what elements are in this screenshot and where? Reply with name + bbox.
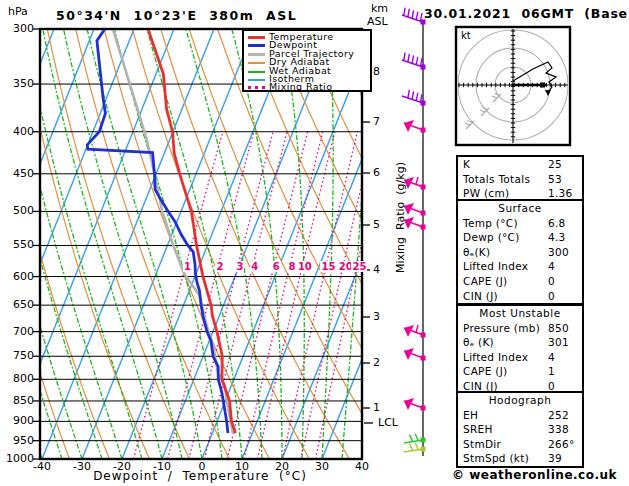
km-tick-3: 3: [373, 311, 380, 323]
mixing-ratio-label-25: 25: [351, 261, 367, 272]
temp-tick--30: -30: [67, 461, 97, 473]
stat-value: 0: [548, 290, 555, 302]
mixing-ratio-label-10: 10: [297, 261, 313, 272]
km-tick-1: 1: [373, 402, 380, 414]
stat-value: 252: [548, 409, 569, 421]
stat-label: Lifted Index: [463, 260, 528, 272]
datetime-title: 30.01.2021 06GMT (Base: 06): [424, 6, 629, 21]
stat-value: 301: [548, 336, 569, 348]
stat-value: 1.36: [548, 187, 573, 199]
mixing-ratio-label-8: 8: [288, 261, 297, 272]
stat-row: Temp (°C)6.8: [458, 216, 582, 231]
stats-section-surface: SurfaceTemp (°C)6.8Dewp (°C)4.3θₑ(K)300L…: [456, 199, 584, 305]
pressure-tick-850: 850: [4, 395, 34, 407]
stat-row: CIN (J)0: [458, 289, 582, 304]
temp-tick--20: -20: [107, 461, 137, 473]
stat-label: Pressure (mb): [463, 322, 540, 334]
pressure-tick-400: 400: [4, 126, 34, 138]
stat-row: Totals Totals53: [458, 172, 582, 187]
mixing-ratio-label-2: 2: [215, 261, 224, 272]
mixing-ratio-label-1: 1: [183, 261, 192, 272]
stat-value: 266°: [548, 438, 575, 450]
legend-swatch: [248, 62, 265, 64]
stat-row: θₑ (K)301: [458, 335, 582, 350]
legend-label: Mixing Ratio: [269, 81, 332, 92]
stat-label: CAPE (J): [463, 275, 508, 287]
stat-label: Temp (°C): [463, 217, 518, 229]
hodograph-unit-label: kt: [461, 30, 471, 42]
stat-label: Totals Totals: [463, 173, 530, 185]
pressure-tick-350: 350: [4, 78, 34, 90]
lcl-label: LCL: [378, 417, 398, 429]
stat-value: 1: [548, 365, 555, 377]
stat-value: 25: [548, 158, 562, 170]
stat-row: StmSpd (kt)39: [458, 451, 582, 466]
height-axis-unit-asl: ASL: [367, 16, 388, 28]
stat-value: 4.3: [548, 231, 566, 243]
stat-value: 850: [548, 322, 569, 334]
legend-swatch: [248, 71, 265, 73]
stat-label: K: [463, 158, 470, 170]
stat-value: 6.8: [548, 217, 566, 229]
stat-value: 300: [548, 246, 569, 258]
temp-tick-10: 10: [227, 461, 257, 473]
legend-swatch: [248, 86, 265, 89]
temp-tick-20: 20: [267, 461, 297, 473]
km-tick-2: 2: [373, 357, 380, 369]
km-tick-6: 6: [373, 167, 380, 179]
stat-row: Lifted Index4: [458, 350, 582, 365]
temp-tick-40: 40: [347, 461, 377, 473]
temp-tick-0: 0: [187, 461, 217, 473]
pressure-tick-950: 950: [4, 435, 34, 447]
stat-row: SREH338: [458, 422, 582, 437]
stat-row: CAPE (J)0: [458, 274, 582, 289]
pressure-tick-600: 600: [4, 271, 34, 283]
stat-row: Lifted Index4: [458, 259, 582, 274]
pressure-tick-800: 800: [4, 373, 34, 385]
section-title: Surface: [458, 202, 582, 214]
pressure-tick-450: 450: [4, 168, 34, 180]
stat-label: θₑ(K): [463, 246, 490, 258]
pressure-tick-550: 550: [4, 239, 34, 251]
stat-row: Pressure (mb)850: [458, 321, 582, 336]
stat-label: StmDir: [463, 438, 501, 450]
section-title: Hodograph: [458, 394, 582, 406]
km-tick-5: 5: [373, 219, 380, 231]
pressure-tick-900: 900: [4, 415, 34, 427]
legend-box: TemperatureDewpointParcel TrajectoryDry …: [242, 29, 372, 92]
height-axis-unit-km: km: [371, 3, 388, 15]
stat-label: CAPE (J): [463, 365, 508, 377]
pressure-tick-650: 650: [4, 299, 34, 311]
stat-value: 4: [548, 260, 555, 272]
copyright-notice: © weatheronline.co.uk: [452, 469, 617, 481]
station-title: 50°34'N 10°23'E 380m ASL: [56, 8, 297, 23]
stat-row: CAPE (J)1: [458, 364, 582, 379]
stat-label: EH: [463, 409, 478, 421]
stats-section-most-unstable: Most UnstablePressure (mb)850θₑ (K)301Li…: [456, 304, 584, 396]
stat-row: EH252: [458, 408, 582, 423]
pressure-axis-unit: hPa: [8, 6, 28, 18]
stat-row: θₑ(K)300: [458, 245, 582, 260]
pressure-tick-300: 300: [4, 23, 34, 35]
section-title: Most Unstable: [458, 307, 582, 319]
legend-swatch: [248, 53, 265, 56]
stat-label: SREH: [463, 423, 493, 435]
stat-label: StmSpd (kt): [463, 452, 529, 464]
stat-value: 338: [548, 423, 569, 435]
stat-value: 4: [548, 351, 555, 363]
stat-label: Dewp (°C): [463, 231, 520, 243]
km-tick-8: 8: [373, 66, 380, 78]
stat-row: K25: [458, 157, 582, 172]
stat-label: PW (cm): [463, 187, 509, 199]
mixing-ratio-label-4: 4: [250, 261, 259, 272]
mixing-ratio-label-6: 6: [272, 261, 281, 272]
km-tick-4: 4: [373, 264, 380, 276]
temp-tick--10: -10: [147, 461, 177, 473]
legend-item-mixing-ratio: Mixing Ratio: [244, 83, 370, 92]
stat-label: θₑ (K): [463, 336, 494, 348]
stat-value: 39: [548, 452, 562, 464]
stat-row: StmDir266°: [458, 437, 582, 452]
legend-swatch: [248, 79, 265, 81]
mixing-ratio-label-15: 15: [320, 261, 336, 272]
stat-row: Dewp (°C)4.3: [458, 230, 582, 245]
